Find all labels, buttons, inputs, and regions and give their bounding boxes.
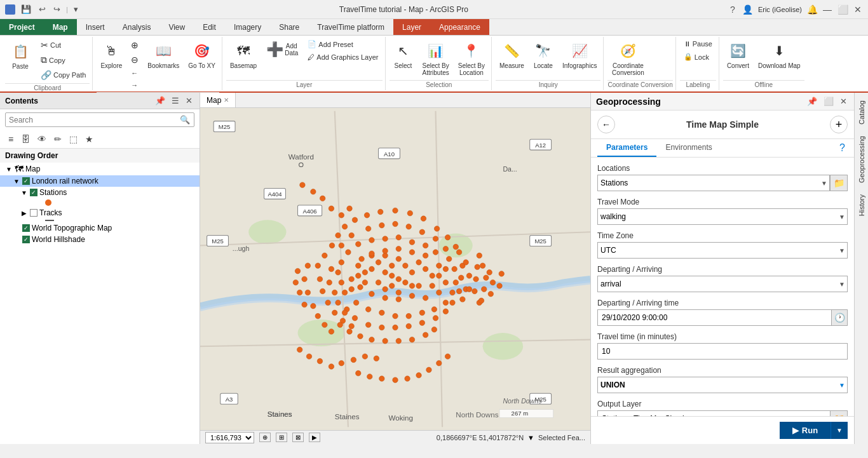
redo-btn[interactable]: ↪: [51, 3, 62, 15]
add-preset-btn[interactable]: 📄 Add Preset: [304, 38, 382, 50]
list-view-btn[interactable]: ≡: [5, 132, 17, 146]
locations-select[interactable]: Stations: [597, 175, 830, 191]
tree-item-stations[interactable]: ▼ ✓ Stations: [0, 187, 200, 198]
convert-btn[interactable]: 🔄 Convert: [723, 38, 753, 72]
map-tool-1[interactable]: ⊕: [259, 433, 271, 442]
tab-view[interactable]: View: [159, 19, 194, 35]
map-canvas[interactable]: M25 A10 A12 M25 M25 A404 A406 A3 M25: [200, 108, 590, 430]
tree-item-london-rail[interactable]: ▼ ✓ London rail network: [0, 175, 200, 187]
explore-btn[interactable]: 🖱 Explore: [97, 38, 126, 72]
geo-panel-maximize-btn[interactable]: ⬜: [822, 96, 836, 107]
geo-tab-environments[interactable]: Environments: [656, 139, 721, 157]
geo-back-btn[interactable]: ←: [597, 116, 615, 133]
output-layer-folder-btn[interactable]: 📁: [830, 410, 848, 416]
travel-time-input[interactable]: [597, 343, 848, 360]
paste-btn[interactable]: 📋 Paste: [5, 38, 36, 73]
bookmarks-btn[interactable]: 📖 Bookmarks: [144, 38, 183, 72]
fixed-zoom-in-btn[interactable]: ⊕: [127, 38, 142, 52]
departing-time-picker-btn[interactable]: 🕐: [831, 309, 848, 326]
map-tool-3[interactable]: ⊠: [292, 433, 304, 442]
visibility-btn[interactable]: 👁: [34, 132, 50, 146]
fixed-zoom-out-btn[interactable]: ⊖: [127, 53, 142, 67]
tree-item-world-topo[interactable]: ✓ World Topographic Map: [0, 222, 200, 234]
output-layer-input[interactable]: [597, 410, 830, 416]
geo-tab-parameters[interactable]: Parameters: [597, 139, 656, 157]
expand-stations[interactable]: ▼: [20, 189, 28, 196]
london-rail-checkbox[interactable]: ✓: [22, 177, 30, 185]
world-topo-checkbox[interactable]: ✓: [22, 224, 30, 232]
run-dropdown-btn[interactable]: ▼: [831, 422, 848, 439]
search-bar[interactable]: 🔍: [5, 112, 194, 127]
travel-mode-select[interactable]: walking: [597, 208, 848, 225]
scale-select[interactable]: 1:616,793: [205, 432, 254, 443]
map-tool-4[interactable]: ▶: [309, 433, 320, 442]
coordinates-btn[interactable]: ▼: [527, 434, 534, 441]
map-area[interactable]: Map ✕: [200, 93, 590, 444]
save-btn[interactable]: 💾: [19, 3, 33, 15]
measure-btn[interactable]: 📏 Measure: [496, 38, 528, 72]
map-tab-close-btn[interactable]: ✕: [224, 97, 229, 104]
contents-menu-btn[interactable]: ☰: [170, 95, 181, 106]
tab-imagery[interactable]: Imagery: [225, 19, 270, 35]
tab-map[interactable]: Map: [44, 19, 77, 35]
highlight-btn[interactable]: ★: [82, 132, 97, 146]
tab-analysis[interactable]: Analysis: [114, 19, 160, 35]
copy-path-btn[interactable]: 🔗 Copy Path: [37, 68, 90, 82]
map-tab[interactable]: Map ✕: [200, 93, 236, 107]
expand-tracks[interactable]: ▶: [20, 210, 28, 217]
source-view-btn[interactable]: 🗄: [18, 132, 33, 146]
tab-layer[interactable]: Layer: [393, 19, 430, 35]
expand-london-rail[interactable]: ▼: [13, 178, 20, 185]
customize-btn[interactable]: ▾: [72, 3, 80, 15]
back-btn[interactable]: ←: [127, 67, 142, 79]
locate-btn[interactable]: 🔭 Locate: [529, 38, 557, 72]
geo-help-btn[interactable]: ?: [837, 139, 848, 157]
select-btn[interactable]: ↖ Select: [390, 38, 417, 72]
catalog-tab-btn[interactable]: Catalog: [856, 95, 867, 130]
tracks-checkbox[interactable]: [30, 209, 37, 217]
time-zone-select[interactable]: UTC: [597, 242, 848, 259]
maximize-btn[interactable]: ⬜: [837, 4, 848, 15]
edit-view-btn[interactable]: ✏: [51, 132, 65, 146]
tree-item-tracks[interactable]: ▶ Tracks: [0, 207, 200, 219]
help-btn[interactable]: ?: [728, 4, 738, 15]
close-btn[interactable]: ✕: [853, 4, 863, 15]
infographics-btn[interactable]: 📈 Infographics: [559, 38, 600, 72]
geoprocessing-tab-btn[interactable]: Geoprocessing: [856, 131, 867, 188]
select-by-attributes-btn[interactable]: 📊 Select ByAttributes: [419, 38, 453, 79]
add-data-btn[interactable]: ➕ AddData: [262, 38, 302, 61]
cut-btn[interactable]: ✂ Cut: [37, 38, 90, 52]
geo-panel-close-btn[interactable]: ✕: [838, 96, 849, 107]
geo-add-favorite-btn[interactable]: +: [830, 116, 848, 133]
forward-btn[interactable]: →: [127, 79, 142, 91]
lock-btn[interactable]: 🔒 Lock: [680, 51, 716, 63]
download-map-btn[interactable]: ⬇ Download Map: [754, 38, 804, 72]
bell-btn[interactable]: 🔔: [807, 4, 817, 15]
selection-view-btn[interactable]: ⬚: [66, 132, 81, 146]
user-btn[interactable]: 👤: [743, 4, 753, 15]
search-submit-btn[interactable]: 🔍: [176, 113, 194, 126]
expand-map[interactable]: ▼: [5, 166, 13, 173]
geo-panel-pin-btn[interactable]: 📌: [805, 96, 819, 107]
run-btn[interactable]: ▶ Run: [780, 422, 831, 439]
world-hillshade-checkbox[interactable]: ✓: [22, 236, 30, 243]
minimize-btn[interactable]: —: [822, 4, 832, 15]
tree-item-map[interactable]: ▼ 🗺 Map: [0, 163, 200, 175]
tab-appearance[interactable]: Appearance: [430, 19, 489, 35]
undo-btn[interactable]: ↩: [37, 3, 48, 15]
stations-checkbox[interactable]: ✓: [30, 189, 37, 196]
tab-insert[interactable]: Insert: [77, 19, 114, 35]
copy-btn[interactable]: ⧉ Copy: [37, 53, 90, 67]
tree-item-world-hillshade[interactable]: ✓ World Hillshade: [0, 234, 200, 245]
search-input[interactable]: [6, 114, 176, 126]
tab-traveltime[interactable]: TravelTime platform: [308, 19, 393, 35]
contents-close-btn[interactable]: ✕: [184, 95, 194, 106]
tab-edit[interactable]: Edit: [194, 19, 225, 35]
select-by-location-btn[interactable]: 📍 Select ByLocation: [454, 38, 489, 79]
locations-folder-btn[interactable]: 📁: [830, 175, 848, 191]
tab-share[interactable]: Share: [270, 19, 308, 35]
departing-arriving-select[interactable]: arrival: [597, 276, 848, 292]
basemap-btn[interactable]: 🗺 Basemap: [226, 38, 261, 72]
history-tab-btn[interactable]: History: [856, 189, 867, 221]
contents-pin-btn[interactable]: 📌: [153, 95, 167, 106]
